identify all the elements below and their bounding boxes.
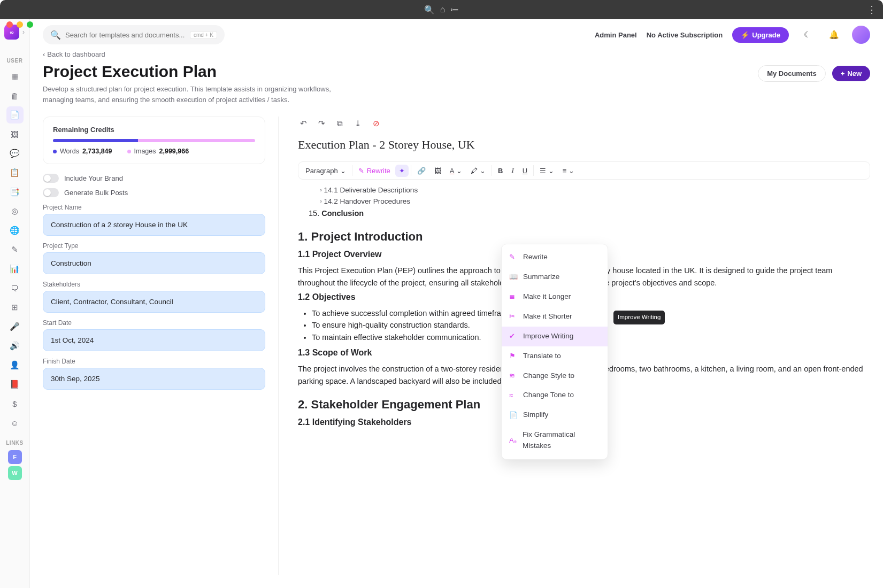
my-documents-button[interactable]: My Documents (758, 65, 825, 82)
numbered-list-icon[interactable]: ≡ ⌄ (559, 165, 578, 177)
ai-longer[interactable]: ≣Make it Longer (502, 287, 608, 307)
notifications-icon[interactable]: 🔔 (825, 26, 842, 43)
ai-tone[interactable]: ≈Change Tone to (502, 385, 608, 405)
image-insert-icon[interactable]: 🖼 (431, 165, 445, 177)
search-input[interactable] (65, 31, 186, 39)
finish-date-input[interactable] (43, 368, 265, 390)
rail-image-icon[interactable]: 🖼 (6, 126, 24, 143)
rail-help-icon[interactable]: ☺ (6, 414, 24, 431)
bulk-toggle[interactable] (43, 188, 59, 197)
back-to-dashboard[interactable]: ‹ Back to dashboard (43, 50, 332, 58)
rail-dashboard-icon[interactable]: ▦ (6, 68, 24, 85)
stakeholders-label: Stakeholders (43, 281, 265, 288)
back-label: Back to dashboard (47, 50, 105, 58)
bullet-list-icon[interactable]: ☰ ⌄ (536, 165, 558, 177)
chrome-home-icon[interactable]: ⌂ (440, 5, 446, 14)
redo-icon[interactable]: ↷ (316, 119, 327, 128)
rail-chat-icon[interactable]: 💬 (6, 145, 24, 162)
chevron-down-icon: ⌄ (340, 167, 346, 175)
rail-user-icon[interactable]: 👤 (6, 357, 24, 374)
rewrite-button[interactable]: ✎Rewrite (355, 165, 394, 177)
theme-toggle-icon[interactable]: ☾ (798, 26, 816, 43)
doc-icon: 📄 (509, 410, 518, 421)
rail-file-icon[interactable]: 📑 (6, 183, 24, 200)
credits-title: Remaining Credits (53, 126, 255, 134)
rail-link-w[interactable]: W (8, 466, 22, 480)
close-window[interactable] (6, 21, 13, 28)
images-label: Images (134, 148, 156, 155)
document-panel: ↶ ↷ ⧉ ⤓ ⊘ Execution Plan - 2 Storey Hous… (278, 117, 870, 575)
ai-summarize[interactable]: 📖Summarize (502, 267, 608, 287)
rail-message-icon[interactable]: 🗨 (6, 280, 24, 297)
rail-grid-icon[interactable]: ⊞ (6, 299, 24, 316)
brand-toggle-label: Include Your Brand (64, 174, 123, 182)
project-name-label: Project Name (43, 204, 265, 211)
credits-card: Remaining Credits Words 2,733,849 Images… (43, 117, 265, 164)
bold-icon[interactable]: B (494, 165, 506, 177)
italic-icon[interactable]: I (508, 164, 517, 177)
text-color-icon[interactable]: A ⌄ (446, 165, 466, 177)
brand-toggle[interactable] (43, 174, 59, 183)
undo-icon[interactable]: ↶ (298, 119, 309, 128)
maximize-window[interactable] (27, 21, 33, 28)
credits-bar (53, 139, 255, 142)
page-title: Project Execution Plan (43, 63, 332, 81)
admin-panel-link[interactable]: Admin Panel (595, 31, 637, 39)
search-icon: 🔍 (50, 30, 61, 40)
ai-simplify[interactable]: 📄Simplify (502, 405, 608, 425)
rail-chart-icon[interactable]: 📊 (6, 260, 24, 277)
toc-item-15: 15. Conclusion (309, 207, 870, 219)
copy-icon[interactable]: ⧉ (334, 119, 345, 128)
rail-book-icon[interactable]: 📕 (6, 376, 24, 393)
rail-target-icon[interactable]: ◎ (6, 203, 24, 220)
book-icon: 📖 (509, 272, 518, 282)
chrome-menu-icon[interactable]: ⋮ (867, 4, 877, 16)
minimize-window[interactable] (17, 21, 23, 28)
project-type-input[interactable] (43, 252, 265, 274)
paragraph-select[interactable]: Paragraph ⌄ (302, 165, 350, 177)
link-icon[interactable]: 🔗 (413, 165, 429, 177)
rail-documents-icon[interactable]: 📄 (6, 106, 24, 123)
delete-icon[interactable]: ⊘ (371, 119, 381, 128)
ai-improve[interactable]: ✔Improve Writing (502, 327, 608, 346)
document-body[interactable]: ◦ 14.1 Deliverable Descriptions ◦ 14.2 H… (298, 185, 870, 429)
words-dot (53, 150, 57, 153)
start-date-input[interactable] (43, 329, 265, 351)
ai-rewrite[interactable]: ✎Rewrite (502, 247, 608, 267)
download-icon[interactable]: ⤓ (352, 119, 363, 128)
rail-mic-icon[interactable]: 🎤 (6, 318, 24, 335)
rail-globe-icon[interactable]: 🌐 (6, 222, 24, 239)
search-box[interactable]: 🔍 cmd + K (43, 25, 225, 44)
upgrade-label: Upgrade (752, 31, 780, 39)
rail-link-f[interactable]: F (8, 450, 22, 464)
project-name-input[interactable] (43, 214, 265, 236)
chrome-settings-icon[interactable]: ≔ (450, 5, 459, 15)
rail-pen-icon[interactable]: ✎ (6, 241, 24, 258)
toc-item-141: ◦ 14.1 Deliverable Descriptions (319, 185, 870, 196)
lightning-icon: ⚡ (741, 31, 749, 39)
subscription-status[interactable]: No Active Subscription (647, 31, 723, 39)
images-value: 2,999,966 (159, 148, 189, 155)
document-title[interactable]: Execution Plan - 2 Storey House, UK (298, 138, 870, 152)
rail-sound-icon[interactable]: 🔊 (6, 337, 24, 354)
rail-dollar-icon[interactable]: $ (6, 395, 24, 412)
pencil-icon: ✎ (358, 167, 364, 175)
chevron-right-icon[interactable]: › (22, 28, 25, 36)
rail-notes-icon[interactable]: 📋 (6, 164, 24, 181)
chevron-left-icon: ‹ (43, 50, 45, 58)
ai-translate[interactable]: ⚑Translate to (502, 346, 608, 366)
ai-grammar[interactable]: AₐFix Grammatical Mistakes (502, 425, 608, 456)
stakeholders-input[interactable] (43, 291, 265, 313)
rail-archive-icon[interactable]: 🗑 (6, 87, 24, 104)
new-button[interactable]: + New (832, 66, 870, 81)
highlight-icon[interactable]: 🖍 ⌄ (467, 165, 489, 177)
ai-menu-button[interactable]: ✦ (395, 165, 409, 177)
ai-style[interactable]: ≋Change Style to (502, 366, 608, 386)
underline-icon[interactable]: U (519, 165, 531, 177)
tone-icon: ≈ (509, 390, 518, 401)
scissors-icon: ✂ (509, 311, 518, 322)
ai-shorter[interactable]: ✂Make it Shorter (502, 307, 608, 327)
upgrade-button[interactable]: ⚡ Upgrade (732, 27, 789, 43)
user-avatar[interactable] (852, 26, 870, 44)
chrome-search-icon[interactable]: 🔍 (424, 5, 435, 15)
